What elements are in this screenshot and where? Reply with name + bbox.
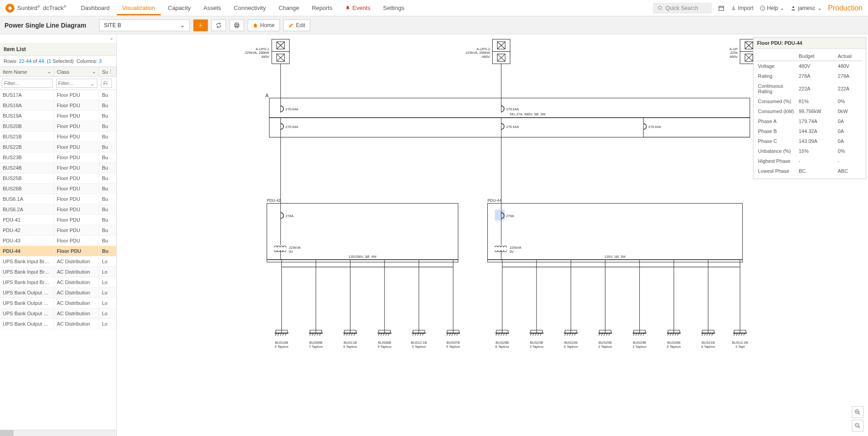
rows-info: Rows: 22-44 of 44 (1 Selected) Columns: … <box>0 56 116 67</box>
filter-name-input[interactable] <box>2 79 53 88</box>
cell-sub: Bu <box>99 90 116 100</box>
edit-button[interactable]: Edit <box>283 19 311 31</box>
cell-class: Floor PDU <box>54 184 100 194</box>
table-row[interactable]: BUS6.1AFloor PDUBu <box>0 194 116 204</box>
settings-button[interactable] <box>193 19 208 31</box>
horizontal-scrollbar[interactable] <box>0 430 116 436</box>
grid-header: Item Name⌄ Class⌄ Su⋮ <box>0 67 116 77</box>
cell-class: AC Distribution <box>54 267 100 277</box>
cell-name: UPS Bank Output Breaker 3 <box>0 308 54 318</box>
svg-rect-72 <box>495 210 505 221</box>
table-row[interactable]: UPS Bank Output Breaker 1AC Distribution… <box>0 288 116 298</box>
table-row[interactable]: UPS Bank Input Breaker 2AC DistributionL… <box>0 267 116 277</box>
svg-text:5 Tapbox: 5 Tapbox <box>275 345 289 349</box>
cell-name: PDU-42 <box>0 225 54 235</box>
cell-class: Floor PDU <box>54 163 100 173</box>
col-header-sub[interactable]: Su⋮ <box>99 67 116 76</box>
col-header-class[interactable]: Class⌄ <box>54 67 100 76</box>
table-row[interactable]: BUS24BFloor PDUBu <box>0 163 116 173</box>
cell-class: Floor PDU <box>54 100 100 110</box>
svg-text:BUS21B: BUS21B <box>701 341 715 345</box>
nav-assets[interactable]: Assets <box>198 1 226 15</box>
table-row[interactable]: PDU-41Floor PDUBu <box>0 215 116 225</box>
table-row[interactable]: UPS Bank Output Breaker 3AC Distribution… <box>0 308 116 319</box>
table-row[interactable]: BUS20BFloor PDUBu <box>0 121 116 132</box>
nav-change[interactable]: Change <box>273 1 305 15</box>
cell-name: BUS22B <box>0 142 54 152</box>
cell-sub: Bu <box>99 225 116 235</box>
filter-sub-input[interactable] <box>101 79 112 88</box>
table-row[interactable]: UPS Bank Input Breaker 1AC DistributionL… <box>0 256 116 267</box>
cell-name: BUS20B <box>0 121 54 131</box>
refresh-button[interactable] <box>211 19 226 31</box>
table-row[interactable]: PDU-44Floor PDUBu <box>0 246 116 256</box>
svg-text:0V: 0V <box>289 250 293 254</box>
svg-text:BUS09B: BUS09B <box>309 341 322 345</box>
nav-connectivity[interactable]: Connectivity <box>228 1 271 15</box>
help-button[interactable]: ? Help ⌄ <box>760 5 785 11</box>
table-row[interactable]: PDU-42Floor PDUBu <box>0 225 116 236</box>
detail-panel: Floor PDU: PDU-44 BudgetActual Voltage48… <box>753 37 866 179</box>
cell-sub: Bu <box>99 100 116 110</box>
svg-text:0 Tapbox: 0 Tapbox <box>667 345 681 349</box>
cell-name: UPS Bank Output Breaker 1 <box>0 288 54 298</box>
table-row[interactable]: BUS19AFloor PDUBu <box>0 111 116 121</box>
expand-detail-button[interactable]: » <box>743 37 751 46</box>
cell-name: BUS23B <box>0 152 54 162</box>
chevron-down-icon: ⌄ <box>817 5 822 11</box>
table-row[interactable]: BUS17AFloor PDUBu <box>0 90 116 100</box>
cell-name: UPS Bank Input Breaker 1 <box>0 256 54 266</box>
table-row[interactable]: UPS Bank Input Breaker 3AC DistributionL… <box>0 277 116 288</box>
cell-sub: Lo <box>99 308 116 318</box>
nav-capacity[interactable]: Capacity <box>163 1 197 15</box>
search-icon <box>657 5 663 11</box>
print-button[interactable] <box>230 19 244 31</box>
cell-name: BUS21B <box>0 132 54 142</box>
cell-sub: Bu <box>99 246 116 256</box>
svg-text:270.64A: 270.64A <box>506 125 519 129</box>
zoom-out-button[interactable] <box>852 420 863 431</box>
table-row[interactable]: PDU-43Floor PDUBu <box>0 236 116 246</box>
table-row[interactable]: BUS26BFloor PDUBu <box>0 184 116 194</box>
gear-icon <box>197 22 204 28</box>
quick-search[interactable]: Quick Search <box>653 3 712 14</box>
user-menu[interactable]: jamesc ⌄ <box>791 5 821 11</box>
calendar-icon <box>718 5 724 11</box>
svg-text:270.64A: 270.64A <box>506 107 519 111</box>
detail-row: Continuous Rating222A222A <box>757 81 862 96</box>
table-row[interactable]: BUS6.2AFloor PDUBu <box>0 204 116 215</box>
table-row[interactable]: BUS25BFloor PDUBu <box>0 173 116 184</box>
grid-body[interactable]: BUS17AFloor PDUBuBUS18AFloor PDUBuBUS19A… <box>0 90 116 430</box>
site-selected-value: SITE B <box>104 22 121 28</box>
cell-name: BUS19A <box>0 111 54 121</box>
table-row[interactable]: BUS18AFloor PDUBu <box>0 100 116 111</box>
collapse-sidebar-button[interactable]: « <box>0 34 116 43</box>
home-button[interactable]: Home <box>248 19 280 31</box>
zoom-in-button[interactable] <box>852 406 863 418</box>
cell-sub: Bu <box>99 142 116 152</box>
cell-class: AC Distribution <box>54 256 100 266</box>
brand-name: Sunbird® <box>17 5 40 11</box>
svg-text:225kVA, 200kW: 225kVA, 200kW <box>465 51 490 55</box>
import-button[interactable]: Import <box>731 5 753 11</box>
table-row[interactable]: UPS Bank Output Breaker 4AC Distribution… <box>0 319 116 329</box>
table-row[interactable]: BUS23BFloor PDUBu <box>0 152 116 163</box>
cell-sub: Lo <box>99 319 116 329</box>
top-navbar: Sunbird® dcTrack® DashboardVisualization… <box>0 0 868 16</box>
nav-settings[interactable]: Settings <box>378 1 410 15</box>
calendar-button[interactable] <box>718 5 724 11</box>
nav-reports[interactable]: Reports <box>307 1 338 15</box>
svg-rect-71 <box>488 204 743 262</box>
table-row[interactable]: BUS21BFloor PDUBu <box>0 132 116 142</box>
download-icon <box>731 5 736 11</box>
nav-visualization[interactable]: Visualization <box>117 1 161 15</box>
svg-text:480V: 480V <box>729 55 738 59</box>
table-row[interactable]: BUS22BFloor PDUBu <box>0 142 116 152</box>
site-selector[interactable]: SITE B ⌄ <box>99 19 190 31</box>
table-row[interactable]: UPS Bank Output Breaker 2AC Distribution… <box>0 298 116 308</box>
svg-point-8 <box>792 6 794 8</box>
cell-class: AC Distribution <box>54 298 100 308</box>
col-header-name[interactable]: Item Name⌄ <box>0 67 54 76</box>
nav-events[interactable]: Events <box>340 1 376 15</box>
nav-dashboard[interactable]: Dashboard <box>75 1 115 15</box>
